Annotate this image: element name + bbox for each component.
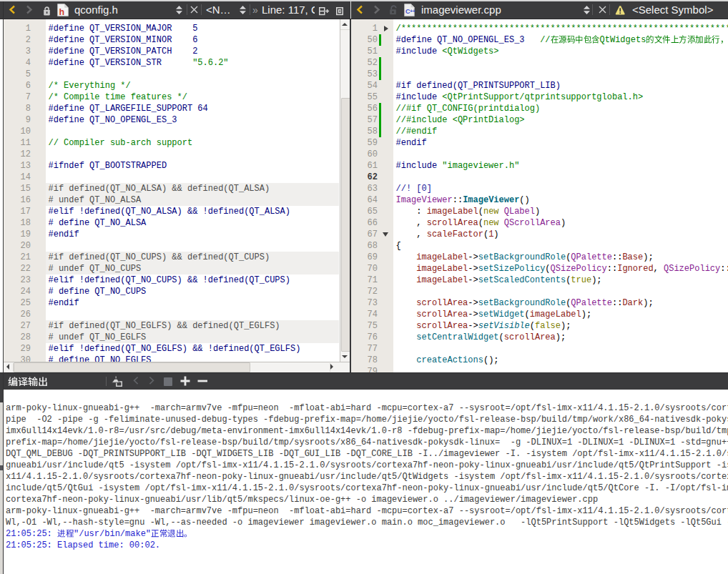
svg-text:++: ++ xyxy=(410,9,415,14)
svg-text:h: h xyxy=(59,7,65,17)
